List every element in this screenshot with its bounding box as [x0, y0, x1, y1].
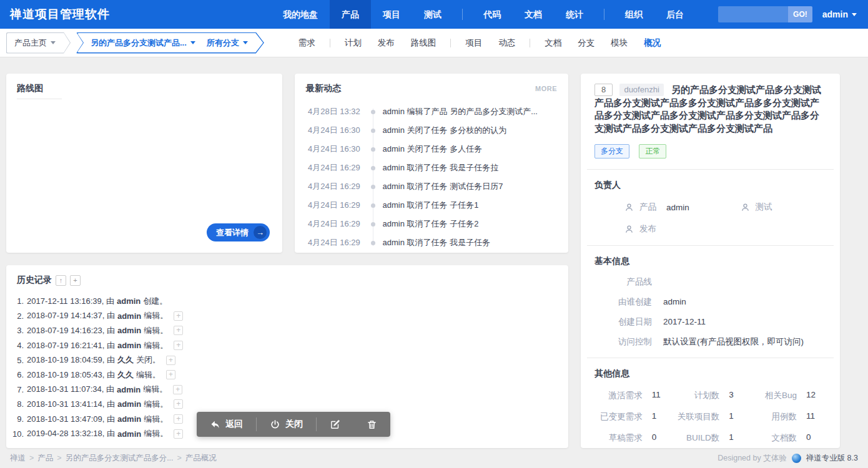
nav-item-doc[interactable]: 文档 [513, 0, 554, 29]
sort-up-icon[interactable]: ↑ [56, 275, 66, 286]
breadcrumb-current: 产品概况 [185, 453, 217, 464]
basic-row: 创建日期 2017-12-11 [594, 317, 826, 327]
arrow-right-icon: → [254, 226, 267, 239]
product-home-button[interactable]: 产品主页 [6, 32, 71, 54]
expand-icon[interactable]: + [174, 429, 183, 439]
activity-item[interactable]: 4月24日 16:30 admin 关闭了任务 多分枝的的认为 [295, 121, 568, 140]
expand-icon[interactable]: + [166, 356, 175, 365]
stat-item: 已变更需求1 [594, 411, 672, 422]
tab-roadmap[interactable]: 路线图 [403, 29, 445, 57]
activity-item[interactable]: 4月28日 13:32 admin 编辑了产品 另的产品多分支测试产... [295, 102, 568, 121]
stat-value: 12 [806, 390, 826, 401]
expand-icon[interactable]: + [174, 326, 183, 335]
title-underline [17, 99, 62, 99]
activity-item[interactable]: 4月24日 16:29 admin 取消了任务 子任务1 [295, 196, 568, 215]
basic-value: 默认设置(有产品视图权限，即可访问) [663, 337, 804, 347]
expand-icon[interactable]: + [174, 399, 183, 409]
stat-value: 3 [729, 390, 749, 401]
breadcrumb-product-name[interactable]: 另的产品多分支测试产品多分... [66, 453, 174, 464]
activity-item[interactable]: 4月24日 16:29 admin 取消了任务 测试任务日历7 [295, 177, 568, 196]
tab-dynamic[interactable]: 动态 [490, 29, 523, 57]
activity-text: admin 取消了任务 我是子任务 [383, 237, 491, 248]
product-switcher[interactable]: 另的产品多分支测试产品... [91, 37, 195, 49]
activity-date: 4月24日 16:29 [308, 162, 370, 173]
expand-icon[interactable]: + [173, 385, 182, 394]
close-label: 关闭 [285, 419, 303, 430]
history-action: 编辑。 [144, 340, 168, 351]
history-index: 10. [6, 429, 24, 439]
nav-item-code[interactable]: 代码 [471, 0, 513, 29]
activity-text: admin 取消了任务 测试任务日历7 [383, 181, 503, 192]
breadcrumb-home[interactable]: 禅道 [10, 453, 26, 464]
history-item: 4. 2018-07-19 16:21:41, 由 admin 编辑。 + [6, 338, 568, 353]
close-button[interactable]: 关闭 [257, 412, 316, 437]
tab-divider [450, 39, 451, 47]
stat-label: 已变更需求 [594, 411, 643, 422]
status-badge: 正常 [639, 144, 666, 158]
tab-release[interactable]: 发布 [370, 29, 403, 57]
tab-overview[interactable]: 概况 [636, 29, 669, 57]
stat-value: 1 [652, 411, 672, 422]
tab-doc[interactable]: 文档 [536, 29, 570, 57]
timeline-dot [371, 129, 375, 133]
activity-date: 4月24日 16:29 [308, 237, 370, 248]
version-label[interactable]: 禅道专业版 8.3 [806, 453, 858, 464]
nav-item-stats[interactable]: 统计 [554, 0, 595, 29]
history-time: 2018-10-31 13:47:09, 由 [27, 414, 115, 425]
nav-item-product[interactable]: 产品 [330, 0, 371, 29]
go-button[interactable]: GO! [788, 6, 812, 22]
stat-value: 1 [729, 411, 749, 422]
history-user: admin [117, 326, 141, 335]
timeline-dot [371, 166, 375, 170]
expand-icon[interactable]: + [174, 311, 183, 321]
stat-value: 11 [652, 390, 672, 401]
nav-item-test[interactable]: 测试 [412, 0, 453, 29]
history-time: 2018-10-19 18:04:59, 由 [27, 354, 115, 366]
edit-button[interactable] [317, 412, 353, 437]
history-item: 3. 2018-07-19 14:16:23, 由 admin 编辑。 + [6, 323, 568, 338]
person-icon [624, 225, 634, 234]
delete-button[interactable] [353, 412, 390, 437]
nav-item-my[interactable]: 我的地盘 [271, 0, 330, 29]
tab-module[interactable]: 模块 [603, 29, 636, 57]
history-item: 5. 2018-10-19 18:04:59, 由 久久 关闭。 + [6, 353, 568, 368]
view-detail-button[interactable]: 查看详情 → [207, 223, 270, 241]
activity-item[interactable]: 4月24日 16:29 admin 取消了任务 我是子任务 [295, 233, 568, 252]
edit-icon [330, 419, 340, 430]
tab-plan[interactable]: 计划 [337, 29, 370, 57]
breadcrumb-separator: > [57, 454, 61, 462]
activity-date: 4月24日 16:29 [308, 218, 370, 230]
expand-icon[interactable]: + [174, 414, 183, 424]
activity-item[interactable]: 4月24日 16:29 admin 取消了任务 我是子任务拉 [295, 158, 568, 177]
stat-label: 文档数 [749, 432, 797, 444]
activity-text: admin 取消了任务 子任务2 [383, 218, 479, 230]
nav-divider [604, 9, 604, 20]
back-button[interactable]: 返回 [197, 412, 256, 437]
app-logo[interactable]: 禅道项目管理软件 [10, 6, 110, 22]
nav-item-org[interactable]: 组织 [613, 0, 654, 29]
nav-item-project[interactable]: 项目 [371, 0, 412, 29]
stat-item: 相关Bug12 [749, 390, 826, 401]
multi-branch-tag: 多分支 [594, 144, 629, 158]
tab-branch[interactable]: 分支 [570, 29, 603, 57]
stats-grid: 激活需求11 计划数3 相关Bug12 已变更需求1 关联项目数1 用例数11 … [594, 390, 826, 444]
expand-all-icon[interactable]: + [70, 275, 81, 286]
search-input[interactable] [718, 6, 788, 22]
nav-item-admin-backend[interactable]: 后台 [654, 0, 696, 29]
activity-item[interactable]: 4月24日 16:29 admin 取消了任务 子任务2 [295, 215, 568, 233]
more-link[interactable]: MORE [535, 85, 557, 92]
user-menu[interactable]: admin [822, 9, 857, 19]
expand-icon[interactable]: + [166, 370, 175, 379]
activity-date: 4月24日 16:29 [308, 200, 370, 211]
history-time: 2018-07-19 16:21:41, 由 [27, 340, 115, 351]
breadcrumb-product[interactable]: 产品 [37, 453, 53, 464]
stat-label: 关联项目数 [672, 411, 720, 422]
branch-switcher[interactable]: 所有分支 [207, 37, 248, 49]
main-menu: 我的地盘 产品 项目 测试 代码 文档 统计 组织 后台 [271, 0, 696, 29]
tab-project[interactable]: 项目 [457, 29, 490, 57]
tab-story[interactable]: 需求 [290, 29, 323, 57]
expand-icon[interactable]: + [174, 341, 183, 350]
timeline-dot [371, 203, 375, 208]
history-item: 7. 2018-10-31 11:07:34, 由 admin 编辑。 + [6, 383, 568, 397]
activity-item[interactable]: 4月24日 16:30 admin 关闭了任务 多人任务 [295, 140, 568, 158]
